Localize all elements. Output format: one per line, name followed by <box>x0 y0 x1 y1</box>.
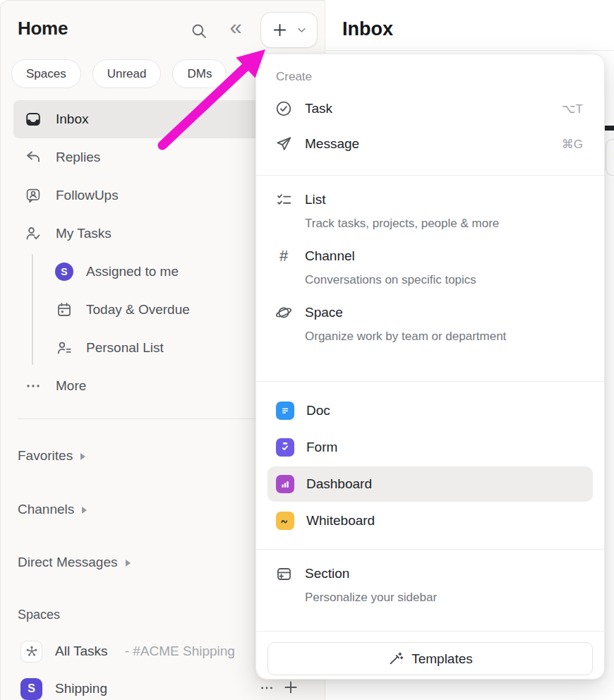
plus-icon <box>272 22 288 38</box>
sidebar-item-label: Today & Overdue <box>86 302 190 318</box>
chevron-down-icon <box>296 25 307 35</box>
menu-item-description: Track tasks, projects, people & more <box>305 215 586 232</box>
followups-icon <box>24 186 42 205</box>
menu-item-label: Message <box>305 136 359 152</box>
menu-item-label: Task <box>305 101 332 116</box>
menu-item-description: Conversations on specific topics <box>305 272 586 289</box>
templates-button-label: Templates <box>411 651 473 667</box>
create-new-button[interactable] <box>260 12 318 48</box>
checklist-icon <box>275 191 293 209</box>
sidebar-section-direct-messages[interactable]: Direct Messages <box>18 552 131 573</box>
sidebar-item-label: Personal List <box>86 340 164 356</box>
shortcut-label: ⌘G <box>562 137 586 152</box>
chevron-right-icon <box>126 560 131 567</box>
spaces-heading: Spaces <box>18 608 60 622</box>
shortcut-label: ⌥T <box>562 102 586 116</box>
double-chevron-left-icon: « <box>229 15 241 40</box>
space-name: Shipping <box>55 681 107 696</box>
all-tasks-asterisk-icon <box>20 641 42 663</box>
chevron-right-icon <box>80 453 85 460</box>
personal-list-icon <box>55 339 73 357</box>
dashboard-icon <box>276 475 294 493</box>
menu-item-message[interactable]: Message ⌘G <box>275 126 586 162</box>
section-label: Channels <box>18 502 74 517</box>
space-more-button[interactable] <box>256 681 277 695</box>
ellipsis-icon <box>259 680 275 696</box>
header-divider <box>326 50 614 51</box>
sidebar-item-label: Replies <box>56 150 100 165</box>
chip-dms[interactable]: DMs <box>172 59 227 88</box>
space-add-button[interactable] <box>280 677 301 698</box>
nav-indent-line <box>32 254 33 365</box>
planet-icon <box>275 303 293 322</box>
menu-item-description: Personalize your sidebar <box>305 589 586 606</box>
sidebar-section-favorites[interactable]: Favorites <box>18 445 85 466</box>
menu-heading: Create <box>276 70 586 84</box>
form-icon <box>276 438 294 457</box>
menu-item-label: List <box>305 192 326 207</box>
sidebar-item-label: FollowUps <box>56 188 119 203</box>
magic-wand-icon <box>387 651 404 667</box>
reply-icon <box>24 148 42 167</box>
menu-item-task[interactable]: Task ⌥T <box>275 91 586 126</box>
menu-item-list[interactable]: List Track tasks, projects, people & mor… <box>275 186 586 232</box>
menu-item-doc[interactable]: Doc <box>267 393 593 428</box>
menu-item-label: Dashboard <box>306 476 372 492</box>
sidebar-item-label: My Tasks <box>56 226 112 241</box>
section-label: Direct Messages <box>18 555 118 570</box>
space-name: All Tasks <box>55 644 108 659</box>
page-title: Inbox <box>342 18 393 40</box>
menu-item-channel[interactable]: # Channel Conversations on specific topi… <box>275 242 586 289</box>
menu-item-label: Channel <box>305 248 355 264</box>
partial-unread-chip[interactable]: U <box>606 139 614 176</box>
create-dropdown-menu: Create Task ⌥T Message ⌘G List Track tas… <box>255 54 605 680</box>
chip-spaces[interactable]: Spaces <box>11 59 81 88</box>
menu-item-dashboard[interactable]: Dashboard <box>267 466 593 502</box>
send-icon <box>275 135 293 153</box>
sidebar-item-label: Inbox <box>56 111 88 127</box>
menu-item-label: Whiteboard <box>306 513 375 529</box>
sidebar-item-label: Assigned to me <box>86 264 179 279</box>
plus-icon <box>282 678 300 696</box>
search-button[interactable] <box>188 20 210 42</box>
my-tasks-icon <box>24 224 42 243</box>
chevron-right-icon <box>82 507 87 514</box>
collapse-sidebar-button[interactable]: « <box>224 13 248 42</box>
search-icon <box>190 22 208 40</box>
sidebar-item-label: More <box>56 378 86 394</box>
menu-item-label: Form <box>306 440 337 455</box>
sidebar-title: Home <box>18 18 68 40</box>
menu-item-description: Organize work by team or department <box>305 328 586 345</box>
templates-button[interactable]: Templates <box>267 642 593 675</box>
avatar: S <box>20 678 42 700</box>
sidebar-filter-chips: Spaces Unread DMs <box>11 59 227 88</box>
menu-item-label: Doc <box>306 403 330 418</box>
chip-unread[interactable]: Unread <box>92 59 162 88</box>
menu-item-whiteboard[interactable]: Whiteboard <box>267 503 593 538</box>
whiteboard-icon <box>276 512 294 530</box>
calendar-icon <box>55 301 73 319</box>
section-icon <box>275 565 293 583</box>
inbox-icon <box>24 110 42 128</box>
space-suffix: - #ACME Shipping <box>125 644 235 659</box>
sidebar-section-channels[interactable]: Channels <box>18 499 87 520</box>
section-label: Favorites <box>18 448 73 464</box>
ellipsis-icon <box>24 377 42 395</box>
doc-icon <box>276 402 294 420</box>
avatar: S <box>55 262 73 281</box>
menu-item-label: Space <box>305 305 343 320</box>
menu-item-label: Section <box>305 566 349 581</box>
menu-item-space[interactable]: Space Organize work by team or departmen… <box>275 298 586 345</box>
hash-icon: # <box>275 247 293 265</box>
task-check-circle-icon <box>275 99 293 118</box>
menu-item-section[interactable]: Section Personalize your sidebar <box>275 560 586 606</box>
menu-item-form[interactable]: Form <box>267 430 593 465</box>
